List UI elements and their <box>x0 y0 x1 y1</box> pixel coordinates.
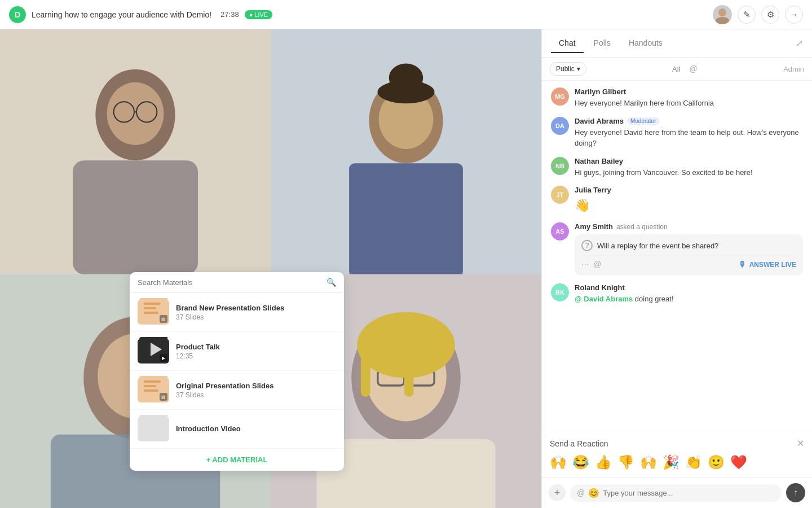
chat-message-input[interactable] <box>603 489 775 497</box>
material-item-2[interactable]: ▶ Product Talk 12:35 <box>130 332 344 371</box>
question-text: Will a replay for the event be shared? <box>597 242 718 250</box>
tab-chat[interactable]: Chat <box>551 34 584 53</box>
at-filter-icon: @ <box>690 64 698 73</box>
svg-rect-5 <box>73 160 198 274</box>
moderator-badge: Moderator <box>627 117 660 125</box>
reaction-close-button[interactable]: ✕ <box>797 438 804 449</box>
reaction-emoji-5[interactable]: 🙌 <box>640 454 657 470</box>
video-cell-2 <box>271 29 541 274</box>
materials-search-bar: 🔍 <box>130 272 344 293</box>
avatar-julia: JT <box>551 186 569 204</box>
svg-rect-29 <box>404 340 414 397</box>
svg-rect-28 <box>361 340 370 397</box>
svg-point-1 <box>716 17 729 24</box>
reaction-emoji-7[interactable]: 👏 <box>685 454 702 470</box>
tab-polls[interactable]: Polls <box>586 34 619 53</box>
chat-name-3: Nathan Bailey <box>575 157 623 165</box>
chat-name-1: Marilyn Gilbert <box>575 87 626 96</box>
panel-expand-icon[interactable]: ⤢ <box>796 38 803 49</box>
chat-name-5: Amy Smith <box>575 222 613 231</box>
reaction-emojis: 🙌 😂 👍 👎 🙌 🎉 👏 🙂 ❤️ <box>550 454 804 470</box>
svg-point-0 <box>718 8 726 16</box>
chat-text-3: Hi guys, joining from Vancouver. So exci… <box>575 167 803 178</box>
reaction-emoji-4[interactable]: 👎 <box>617 454 634 470</box>
material-thumb-1: ▤ <box>138 300 169 325</box>
chat-text-2: Hey everyone! David here from the team t… <box>575 127 803 149</box>
chat-text-4: 👋 <box>575 196 803 214</box>
material-item-4[interactable]: Introduction Video <box>130 410 344 449</box>
send-reaction-area: Send a Reaction ✕ 🙌 😂 👍 👎 🙌 🎉 👏 🙂 ❤️ <box>542 431 812 477</box>
all-filter-label: All <box>672 65 680 73</box>
svg-rect-37 <box>144 380 161 383</box>
chat-emoji-icon[interactable]: 😊 <box>588 488 599 498</box>
avatar-nathan: NB <box>551 157 569 175</box>
chat-at-icon[interactable]: @ <box>577 488 585 497</box>
chat-add-button[interactable]: + <box>549 484 566 501</box>
settings-icon[interactable]: ⚙ <box>761 6 779 24</box>
avatar-marilyn: MG <box>551 87 569 106</box>
chat-message-3: NB Nathan Bailey Hi guys, joining from V… <box>551 157 803 178</box>
top-bar-right: ✎ ⚙ → <box>713 5 803 24</box>
add-material-button[interactable]: + ADD MATERIAL <box>130 449 344 471</box>
material-sub-2: 12:35 <box>176 352 336 360</box>
reaction-emoji-6[interactable]: 🎉 <box>663 454 679 470</box>
material-name-2: Product Talk <box>176 343 336 351</box>
material-info-3: Original Presentation Slides 37 Slides <box>176 382 336 399</box>
chat-mention: @ David Abrams <box>575 295 633 303</box>
edit-icon[interactable]: ✎ <box>738 6 756 24</box>
question-icon: ? <box>581 240 593 251</box>
avatar-roland: RK <box>551 283 569 301</box>
materials-dropdown: 🔍 ▤ Brand New Presentation Slides 37 Sli… <box>130 272 344 471</box>
reaction-emoji-3[interactable]: 👍 <box>595 454 612 470</box>
chat-content-6: Roland Knight @ David Abrams doing great… <box>575 283 803 305</box>
reaction-emoji-1[interactable]: 🙌 <box>550 454 567 470</box>
host-avatar[interactable] <box>713 5 732 24</box>
material-thumb-4 <box>138 417 169 441</box>
tab-handouts[interactable]: Handouts <box>621 34 670 53</box>
material-item-1[interactable]: ▤ Brand New Presentation Slides 37 Slide… <box>130 293 344 332</box>
material-name-3: Original Presentation Slides <box>176 382 336 390</box>
chat-name-2: David Abrams <box>575 117 624 125</box>
admin-filter-label[interactable]: Admin <box>783 65 804 73</box>
chat-message-6: RK Roland Knight @ David Abrams doing gr… <box>551 283 803 305</box>
material-info-4: Introduction Video <box>176 424 336 434</box>
svg-rect-32 <box>144 307 156 309</box>
reaction-emoji-8[interactable]: 🙂 <box>708 454 725 470</box>
chat-content-1: Marilyn Gilbert Hey everyone! Marilyn he… <box>575 87 803 109</box>
material-thumb-2: ▶ <box>138 339 169 364</box>
public-filter-button[interactable]: Public ▾ <box>550 62 586 76</box>
material-sub-3: 37 Slides <box>176 391 336 399</box>
material-sub-1: 37 Slides <box>176 313 336 321</box>
session-timer: 27:38 <box>220 10 239 19</box>
chevron-down-icon: ▾ <box>577 65 580 73</box>
chat-content-4: Julia Terry 👋 <box>575 186 803 214</box>
svg-rect-38 <box>144 385 156 387</box>
chat-message-4: JT Julia Terry 👋 <box>551 186 803 214</box>
chat-name-6: Roland Knight <box>575 283 625 292</box>
question-at-icon[interactable]: @ <box>593 260 601 270</box>
chat-send-button[interactable]: ↑ <box>786 483 805 502</box>
main-layout: 🔍 ▤ Brand New Presentation Slides 37 Sli… <box>0 29 812 508</box>
reaction-emoji-9[interactable]: ❤️ <box>730 454 747 470</box>
svg-rect-13 <box>349 163 463 274</box>
answer-live-button[interactable]: 🎙 ANSWER LIVE <box>739 260 796 269</box>
materials-search-input[interactable] <box>138 278 322 287</box>
material-info-2: Product Talk 12:35 <box>176 343 336 360</box>
top-bar-left: D Learning how to engage your audience w… <box>9 6 272 23</box>
question-more-icon[interactable]: ··· <box>581 260 589 270</box>
avatar-amy: AS <box>551 222 569 240</box>
right-panel: Chat Polls Handouts ⤢ Public ▾ All @ Adm… <box>541 29 812 508</box>
top-bar: D Learning how to engage your audience w… <box>0 0 812 29</box>
panel-filter-bar: Public ▾ All @ Admin <box>542 58 812 81</box>
answer-mic-icon: 🎙 <box>739 260 747 269</box>
svg-rect-39 <box>144 389 158 392</box>
demio-logo: D <box>9 6 26 23</box>
chat-content-5: Amy Smith asked a question ? Will a repl… <box>575 222 803 275</box>
material-info-1: Brand New Presentation Slides 37 Slides <box>176 304 336 321</box>
material-item-3[interactable]: ▤ Original Presentation Slides 37 Slides <box>130 371 344 410</box>
chat-text-1: Hey everyone! Marilyn here from Californ… <box>575 98 803 109</box>
chat-message-5: AS Amy Smith asked a question ? Will a r… <box>551 222 803 275</box>
reaction-emoji-2[interactable]: 😂 <box>572 454 589 470</box>
exit-icon[interactable]: → <box>785 6 803 24</box>
asked-question-badge: asked a question <box>616 223 668 231</box>
